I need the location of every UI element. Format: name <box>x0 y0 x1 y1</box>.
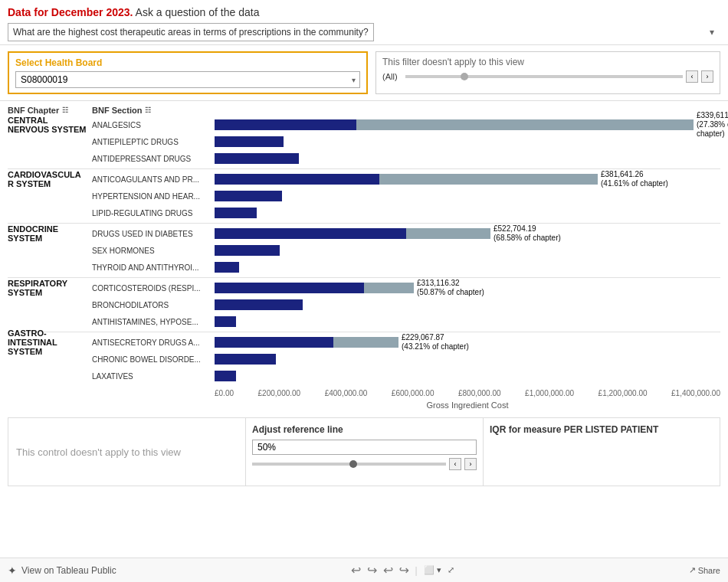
dark-bar <box>215 283 364 293</box>
dark-bar <box>215 119 356 130</box>
bnf-section-cell: HYPERTENSION AND HEAR... <box>92 192 215 201</box>
bottom-right-panel: IQR for measure PER LISTED PATIENT <box>484 418 720 486</box>
bnf-section-cell: ANTIHISTAMINES, HYPOSE... <box>92 318 215 326</box>
footer-left: ✦ View on Tableau Public <box>8 564 116 577</box>
ref-line-title: Adjust reference line <box>252 424 477 435</box>
x-axis-labels: £0.00£200,000.00£400,000.00£600,000.00£8… <box>215 386 720 399</box>
table-row: HYPERTENSION AND HEAR... <box>8 188 720 204</box>
table-row: LIPID-REGULATING DRUGS <box>8 204 720 221</box>
tableau-link[interactable]: View on Tableau Public <box>21 565 116 576</box>
filter2-label: This filter doesn't apply to this view <box>382 57 713 67</box>
x-axis-title: Gross Ingredient Cost <box>215 399 720 411</box>
filter2-prev-btn[interactable]: ‹ <box>686 70 698 83</box>
bar-cell: £339,611.10 (27.38% of chapter) <box>215 111 728 139</box>
bnf-chapter-cell: ENDOCRINE SYSTEM <box>8 224 92 243</box>
x-axis-tick: £1,000,000.00 <box>525 389 574 397</box>
ref-slider-track[interactable] <box>252 463 446 466</box>
ref-line-input[interactable] <box>252 440 477 455</box>
bnf-section-cell: THYROID AND ANTITHYROI... <box>92 263 215 272</box>
dark-bar <box>215 371 236 381</box>
bottom-left-panel: This control doesn't apply to this view <box>8 418 246 486</box>
table-row: CHRONIC BOWEL DISORDE... <box>8 351 720 368</box>
bnf-section-cell: ANTIDEPRESSANT DRUGS <box>92 155 215 163</box>
bar-value-label: £229,067.87 (43.21% of chapter) <box>402 333 469 351</box>
bar-cell <box>215 191 720 201</box>
light-bar <box>364 283 414 293</box>
device-btn[interactable]: ⬜ ▾ <box>424 565 441 575</box>
filter2-next-btn[interactable]: › <box>701 70 713 83</box>
bar-value-label: £313,116.32 (50.87% of chapter) <box>417 279 484 297</box>
bnf-section-cell: LIPID-REGULATING DRUGS <box>92 209 215 217</box>
bar-cell <box>215 153 720 164</box>
table-row: LAXATIVES <box>8 368 720 384</box>
dark-bar <box>215 191 282 201</box>
bar-value-label: £381,641.26 (41.61% of chapter) <box>601 170 668 188</box>
section-filter-icon[interactable]: ☷ <box>145 106 151 114</box>
ref-prev-btn[interactable]: ‹ <box>449 458 461 470</box>
bar-cell <box>215 299 720 310</box>
dark-bar <box>215 299 303 310</box>
table-row: GASTRO-INTESTINAL SYSTEMANTISECRETORY DR… <box>8 334 720 351</box>
header-title: Data for December 2023. Ask a question o… <box>8 6 720 18</box>
group-divider <box>8 332 720 332</box>
light-bar <box>406 228 490 239</box>
filter2-slider[interactable] <box>405 75 683 78</box>
light-bar <box>356 119 694 130</box>
chart-rows: CENTRAL NERVOUS SYSTEMANALGESICS£339,611… <box>0 116 728 384</box>
bnf-chapter-cell: RESPIRATORY SYSTEM <box>8 279 92 297</box>
x-axis-tick: £400,000.00 <box>325 389 368 397</box>
table-row: CENTRAL NERVOUS SYSTEMANALGESICS£339,611… <box>8 116 720 133</box>
table-row: CARDIOVASCULA R SYSTEMANTICOAGULANTS AND… <box>8 171 720 188</box>
redo-btn[interactable]: ↪ <box>367 563 377 577</box>
dark-bar <box>215 228 406 239</box>
bar-cell: £381,641.26 (41.61% of chapter) <box>215 170 720 188</box>
table-row: ENDOCRINE SYSTEMDRUGS USED IN DIABETES£5… <box>8 225 720 242</box>
bnf-chapter-header: BNF Chapter ☷ <box>8 106 92 115</box>
undo-btn[interactable]: ↩ <box>351 563 361 577</box>
group-divider <box>8 277 720 278</box>
ref-next-btn[interactable]: › <box>464 458 477 470</box>
dark-bar <box>215 174 379 185</box>
dark-bar <box>215 262 239 273</box>
ask-text: Ask a question of the data <box>136 6 260 18</box>
bar-value-label: £522,704.19 (68.58% of chapter) <box>494 224 561 243</box>
table-row: RESPIRATORY SYSTEMCORTICOSTEROIDS (RESPI… <box>8 280 720 296</box>
bnf-chapter-cell: GASTRO-INTESTINAL SYSTEM <box>8 329 92 356</box>
bar-cell <box>215 262 720 273</box>
x-axis-tick: £200,000.00 <box>258 389 301 397</box>
header: Data for December 2023. Ask a question o… <box>0 0 728 45</box>
bar-cell <box>215 245 720 256</box>
bnf-section-cell: LAXATIVES <box>92 372 215 381</box>
dark-bar <box>215 153 299 164</box>
footer-center: ↩ ↪ ↩ ↩ | ⬜ ▾ ⤢ <box>351 563 454 577</box>
x-axis-tick: £600,000.00 <box>392 389 435 397</box>
question-row: What are the highest cost therapeutic ar… <box>8 23 720 41</box>
dark-bar <box>215 337 333 348</box>
x-axis-tick: £0.00 <box>215 389 234 397</box>
forward-btn[interactable]: ↩ <box>399 563 409 577</box>
bnf-chapter-cell: CARDIOVASCULA R SYSTEM <box>8 170 92 188</box>
filter1-select[interactable]: S08000019 <box>15 71 360 88</box>
filter1-select-wrapper[interactable]: S08000019 <box>15 71 360 88</box>
bnf-section-cell: CORTICOSTEROIDS (RESPI... <box>92 284 215 293</box>
chapter-filter-icon[interactable]: ☷ <box>62 106 68 114</box>
back-btn[interactable]: ↩ <box>383 563 393 577</box>
table-row: THYROID AND ANTITHYROI... <box>8 259 720 276</box>
question-select[interactable]: What are the highest cost therapeutic ar… <box>8 23 374 41</box>
light-bar <box>333 337 398 348</box>
bnf-section-cell: SEX HORMONES <box>92 247 215 255</box>
group-divider <box>8 223 720 224</box>
bar-cell <box>215 354 720 365</box>
table-row: ANTIHISTAMINES, HYPOSE... <box>8 313 720 330</box>
fullscreen-btn[interactable]: ⤢ <box>448 565 454 575</box>
filter2-slider-row: (All) ‹ › <box>382 70 713 83</box>
footer-divider: | <box>415 565 418 576</box>
filters-row: Select Health Board S08000019 This filte… <box>0 45 728 101</box>
dark-bar <box>215 316 236 327</box>
filter2-thumb <box>461 73 468 80</box>
table-row: BRONCHODILATORS <box>8 296 720 313</box>
share-btn[interactable]: ↗ Share <box>689 565 720 575</box>
question-select-wrapper[interactable]: What are the highest cost therapeutic ar… <box>8 23 720 41</box>
bottom-area: This control doesn't apply to this view … <box>8 417 720 486</box>
dark-bar <box>215 245 280 256</box>
